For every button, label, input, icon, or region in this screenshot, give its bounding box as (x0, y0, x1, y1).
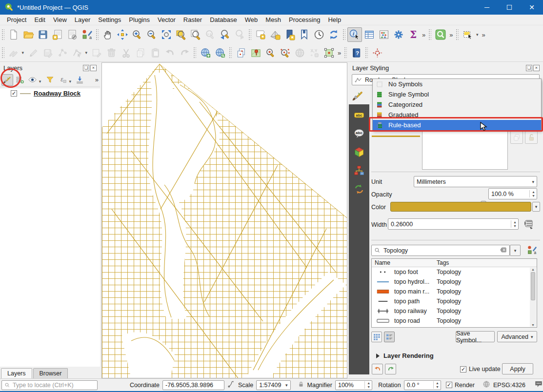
toolbar-grip[interactable] (193, 47, 196, 59)
show-spatial-bookmarks-button[interactable] (297, 27, 312, 42)
crs-label[interactable]: EPSG:4326 (493, 382, 525, 389)
apply-button[interactable]: Apply (502, 363, 533, 374)
save-symbol-button[interactable]: Save Symbol... (456, 331, 495, 342)
menu-mesh[interactable]: Mesh (261, 15, 285, 24)
symbol-type-option-rule-based[interactable]: Rule-based (373, 120, 541, 130)
symbol-type-option-no-symbols[interactable]: No Symbols (373, 79, 541, 89)
layer-visibility-checkbox[interactable]: ✓ (11, 90, 17, 97)
expand-collapse-all-button[interactable] (74, 74, 86, 86)
menu-raster[interactable]: Raster (180, 15, 206, 24)
panel-close-button[interactable]: × (533, 65, 540, 71)
symbol-row[interactable]: topo pathTopology (372, 296, 537, 306)
toolbar-overflow[interactable]: » (336, 49, 342, 57)
identify-features-button[interactable]: i (347, 27, 362, 42)
new-project-button[interactable] (6, 27, 21, 42)
color-swatch-button[interactable] (390, 202, 531, 212)
symbol-list-table[interactable]: Name Tags topo footTopologytopo hydrol..… (371, 258, 537, 328)
toolbar-overflow[interactable]: » (448, 31, 454, 39)
toolbar-grip[interactable] (342, 29, 345, 40)
zoom-last-button[interactable] (218, 27, 232, 42)
clear-search-icon[interactable] (500, 246, 507, 255)
tab-diagrams[interactable] (353, 165, 365, 178)
symbol-type-option-single-symbol[interactable]: Single Symbol (373, 89, 541, 99)
paste-features-button[interactable] (148, 45, 162, 60)
styling-redo-button[interactable] (385, 364, 396, 374)
toolbar-grip[interactable] (248, 29, 251, 40)
crs-globe-icon[interactable] (483, 380, 490, 390)
zoom-to-point-button[interactable] (263, 45, 278, 60)
icon-view-button[interactable] (371, 332, 382, 342)
duplicate-symbol-button[interactable] (510, 131, 523, 144)
statistical-summary-button[interactable] (377, 27, 391, 42)
redo-button[interactable] (177, 45, 192, 60)
save-project-button[interactable] (36, 27, 50, 42)
styling-undo-button[interactable] (372, 364, 383, 374)
zoom-next-button[interactable] (232, 27, 247, 42)
minimize-button[interactable]: ─ (476, 0, 498, 15)
maximize-button[interactable]: ☐ (498, 0, 521, 15)
filter-by-expression-button[interactable]: ε▾ (57, 74, 68, 86)
tab-layers[interactable]: Layers (1, 368, 32, 378)
toolbar-overflow[interactable]: » (421, 31, 427, 39)
manage-map-themes-button[interactable]: ▾ (27, 74, 39, 86)
menu-layer[interactable]: Layer (71, 15, 95, 24)
select-features-button[interactable]: ▾ (461, 27, 475, 42)
symbol-type-option-categorized[interactable]: Categorized (373, 99, 541, 110)
symbol-row[interactable]: topo main r...Topology (372, 287, 537, 296)
tab-symbology[interactable] (351, 89, 364, 103)
lock-color-button[interactable] (525, 131, 538, 144)
metasearch-button[interactable] (433, 27, 448, 42)
zoom-to-layer-button[interactable] (188, 27, 203, 42)
open-project-button[interactable] (21, 27, 36, 42)
new-3d-map-view-button[interactable] (268, 27, 282, 42)
modify-attributes-button[interactable] (89, 45, 104, 60)
symbol-type-option-graduated[interactable]: Graduated (373, 110, 541, 120)
close-button[interactable]: ✕ (521, 0, 543, 15)
panel-overflow[interactable]: » (94, 76, 100, 83)
zoom-full-button[interactable] (159, 27, 174, 42)
add-wms-layer-button[interactable] (198, 45, 213, 60)
coordinate-capture-button[interactable]: X,Y (307, 45, 322, 60)
lock-scale-icon[interactable] (298, 381, 304, 389)
cut-features-button[interactable] (119, 45, 133, 60)
magnifier-spinbox[interactable]: 100% ▲▼ (335, 380, 372, 390)
add-group-button[interactable] (14, 74, 26, 86)
layer-item-roadway-block[interactable]: ✓ Roadway Block (0, 88, 100, 98)
symbol-search-input[interactable]: Topology (371, 245, 510, 256)
pan-map-button[interactable] (101, 27, 115, 42)
toolbar-grip[interactable] (229, 47, 232, 59)
zoom-native-button[interactable]: 1:1 (203, 27, 218, 42)
undo-button[interactable] (162, 45, 177, 60)
cad-construction-button[interactable] (370, 45, 384, 60)
tab-labels[interactable]: abc (353, 109, 365, 122)
temporal-controller-button[interactable] (312, 27, 326, 42)
map-canvas[interactable] (101, 62, 347, 378)
menu-edit[interactable]: Edit (30, 15, 49, 24)
show-statistics-button[interactable]: Σ (406, 27, 421, 42)
toggle-editing-button[interactable] (26, 45, 40, 60)
symbol-tree[interactable] (422, 130, 508, 170)
zoom-in-button[interactable] (130, 27, 144, 42)
symbol-row[interactable]: topo hydrol...Topology (372, 277, 537, 287)
current-edits-button[interactable]: ▾ (6, 45, 21, 60)
live-update-checkbox[interactable]: ✓ Live update (460, 366, 501, 372)
menu-view[interactable]: View (49, 15, 71, 24)
style-manager-button[interactable]: a (526, 245, 537, 257)
search-filter-dropdown-button[interactable]: ▾ (510, 245, 521, 256)
width-spinbox[interactable]: 0.26000 ▲▼ (388, 218, 519, 230)
search-wms-button[interactable] (213, 45, 227, 60)
go-to-location-button[interactable] (248, 45, 263, 60)
symbol-row[interactable]: topo railwayTopology (372, 306, 537, 316)
panel-float-button[interactable]: ❏ (526, 65, 532, 71)
toolbar-grip[interactable] (428, 29, 431, 40)
rotation-spinbox[interactable]: 0.0 ° ▲▼ (404, 380, 441, 390)
help-contents-button[interactable]: ? (349, 45, 363, 60)
panel-float-button[interactable]: ❏ (83, 65, 89, 71)
coordinate-input[interactable]: -76.9505,38.9896 (162, 380, 224, 390)
open-attribute-table-button[interactable] (362, 27, 377, 42)
open-layer-styling-panel-button[interactable] (1, 74, 13, 86)
refresh-map-button[interactable] (326, 27, 341, 42)
extents-toggle-icon[interactable] (227, 380, 235, 390)
symbol-row[interactable]: topo footTopology (372, 267, 537, 277)
menu-vector[interactable]: Vector (154, 15, 180, 24)
